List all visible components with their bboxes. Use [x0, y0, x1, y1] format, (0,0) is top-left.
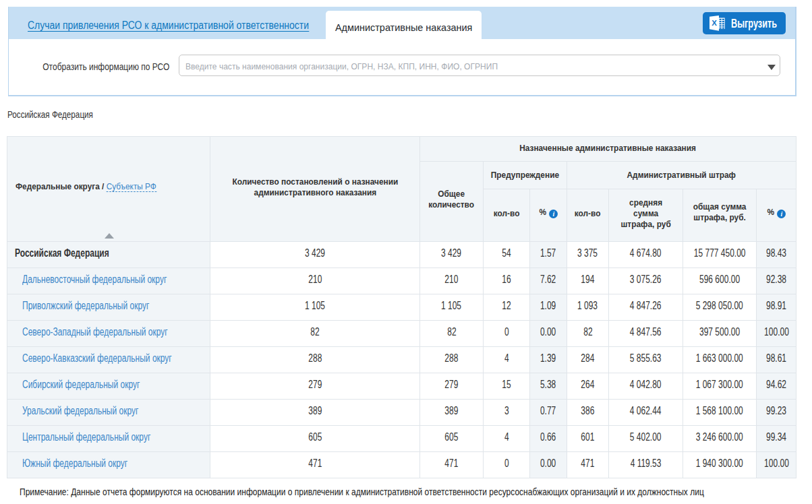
svg-text:X: X	[712, 19, 717, 27]
